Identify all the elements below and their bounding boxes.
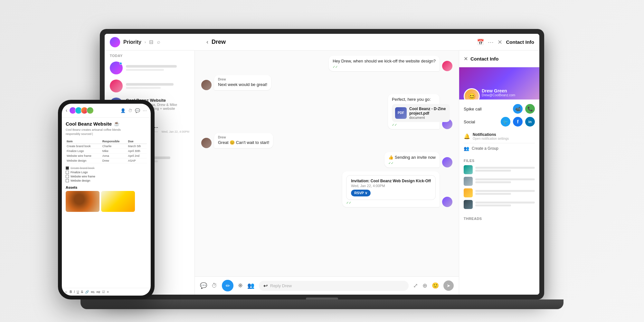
avatar-4: [87, 107, 94, 114]
contact-name: Drew Green: [482, 88, 515, 93]
files-section: FILES: [459, 156, 539, 214]
mobile-format-toolbar: ☺ B I U S 🔗 H1 H2 ☑ ≡: [62, 288, 151, 296]
conv-avatar-2: [110, 80, 123, 92]
file-list-item-3[interactable]: [464, 188, 535, 197]
contact-name-overlay: Drew Green Drew@CoolBeanz.com: [482, 88, 515, 97]
checkbox-1[interactable]: [66, 166, 69, 170]
check-item-2[interactable]: Finalize Logo: [66, 171, 147, 174]
expand-icon[interactable]: ⤢: [413, 282, 418, 289]
msg-status-rsvp: ✓✓: [346, 201, 436, 204]
col-due: Due: [127, 139, 147, 144]
priority-avatar: [110, 37, 120, 47]
msg-status-1: ✓✓: [333, 65, 436, 69]
check-label-2: Finalize Logo: [71, 171, 88, 174]
reply-input[interactable]: ↩ Reply Drew: [259, 281, 409, 291]
twitter-button[interactable]: 🐦: [501, 117, 510, 127]
header-left: Priority › ⊟ ⌕: [110, 37, 200, 47]
chat-icon[interactable]: 💬: [135, 108, 140, 113]
h1-button[interactable]: H1: [91, 290, 95, 294]
social-row: Social 🐦 f in: [464, 117, 535, 127]
more-options-icon[interactable]: ⋯: [488, 39, 494, 46]
conv-item-2[interactable]: [105, 77, 194, 95]
conv-item-1[interactable]: [105, 59, 194, 77]
bold-button[interactable]: B: [70, 290, 72, 294]
reply-placeholder[interactable]: Reply Drew: [270, 283, 292, 288]
spike-call-row: Spike call 📹 📞: [464, 104, 535, 114]
facebook-button[interactable]: f: [513, 117, 523, 127]
mobile-screen: ‹ 👤 ⏱ 💬 ⋯ Cool Beanz Website: [62, 104, 151, 296]
table-row: Finalize Logo Mike April 30th: [66, 149, 147, 154]
conv-avatar-1: [110, 62, 123, 74]
search-icon[interactable]: ⌕: [157, 39, 160, 45]
create-group-label: Create a Group: [472, 146, 498, 151]
file-line-3: [475, 178, 535, 180]
file-list-item-4[interactable]: [464, 200, 535, 209]
underline-button[interactable]: U: [77, 290, 79, 294]
msg-text-cantwait: Great 😊 Can't wait to start!: [218, 140, 269, 146]
mobile-title: Cool Beanz Website ☕: [66, 121, 147, 127]
people-icon[interactable]: 👥: [247, 282, 254, 289]
linkedin-button[interactable]: in: [525, 117, 535, 127]
compose-button[interactable]: ✏: [222, 280, 233, 291]
mobile-header: ‹ 👤 ⏱ 💬 ⋯: [62, 104, 151, 118]
calendar-icon[interactable]: 📅: [477, 39, 484, 46]
file-card: PDF Cool Beanz - D-Zine project.pdf docu…: [392, 104, 450, 122]
checkbox-3[interactable]: [66, 175, 69, 178]
strikethrough-button[interactable]: S: [81, 290, 83, 294]
mobile-back-button[interactable]: ‹: [66, 108, 67, 113]
checklist-button[interactable]: ☑: [102, 290, 105, 294]
file-list-item-1[interactable]: [464, 165, 535, 174]
title-emoji: ☕: [114, 121, 120, 127]
close-panel-icon[interactable]: ✕: [497, 39, 502, 46]
app-body: TODAY: [105, 51, 539, 295]
conv-line-2: [126, 69, 164, 71]
clock-icon[interactable]: ⏱: [128, 108, 132, 113]
clock-icon[interactable]: ⏱: [212, 282, 217, 289]
italic-button[interactable]: I: [74, 290, 75, 294]
check-item-1[interactable]: Create brand book: [66, 166, 147, 170]
emoji-icon[interactable]: 🙂: [432, 282, 439, 289]
file-thumb: PDF: [395, 107, 407, 119]
file-line-5: [475, 190, 535, 192]
contact-info-header: Contact Info: [470, 56, 499, 62]
priority-label[interactable]: Priority: [123, 39, 141, 45]
msg-sender-drew-2: Drew: [218, 136, 269, 139]
video-call-button[interactable]: 📹: [513, 104, 523, 114]
checkbox-4[interactable]: [66, 179, 69, 182]
filter-icon[interactable]: ⊟: [149, 39, 153, 45]
add-icon[interactable]: ⊕: [422, 282, 427, 289]
file-list-item-2[interactable]: [464, 177, 535, 186]
send-button[interactable]: ➤: [443, 280, 454, 291]
phone-call-button[interactable]: 📞: [525, 104, 535, 114]
person-icon[interactable]: 👤: [120, 108, 126, 113]
file-line-7: [475, 202, 535, 204]
notif-sub: Open notification settings: [473, 137, 535, 140]
mobile-avatars: [69, 107, 94, 114]
message-icon[interactable]: 💬: [200, 282, 207, 289]
link-button[interactable]: 🔗: [85, 290, 89, 294]
check-item-4[interactable]: Website design: [66, 179, 147, 182]
list-button[interactable]: ≡: [107, 290, 109, 294]
create-group-row[interactable]: 👥 Create a Group: [464, 143, 535, 154]
emoji-icon[interactable]: ☺: [64, 290, 68, 294]
file-name: Cool Beanz - D-Zine project.pdf: [409, 107, 447, 116]
apps-icon[interactable]: ❋: [238, 282, 243, 289]
more-icon[interactable]: ⋯: [143, 108, 147, 113]
file-lines-3: [475, 190, 535, 196]
chat-name: Drew: [212, 39, 226, 45]
contact-hero: 😊 Drew Green Drew@CoolBeanz.com: [459, 67, 539, 99]
chat-toolbar: 💬 ⏱ ✏ ❋ 👥 ↩ Reply Drew ⤢ ⊕ 🙂: [195, 276, 459, 295]
contact-close-button[interactable]: ✕: [464, 56, 468, 62]
checkbox-2[interactable]: [66, 171, 69, 174]
h2-button[interactable]: H2: [97, 290, 100, 294]
chat-back-button[interactable]: ‹: [206, 39, 208, 45]
reply-arrow-icon: ↩: [263, 283, 268, 289]
rsvp-button[interactable]: RSVP ∨: [351, 190, 371, 196]
check-item-3[interactable]: Website wire frame: [66, 175, 147, 178]
contact-email: Drew@CoolBeanz.com: [482, 93, 515, 97]
notifications-row[interactable]: 🔔 Notifications Open notification settin…: [464, 130, 535, 143]
msg-cantwait: Drew Great 😊 Can't wait to start!: [201, 133, 452, 148]
priority-chevron: ›: [145, 40, 146, 44]
laptop-lid: Priority › ⊟ ⌕ ‹ Drew 📅 ⋯ ✕: [100, 29, 544, 299]
col-item: Item: [66, 139, 101, 144]
